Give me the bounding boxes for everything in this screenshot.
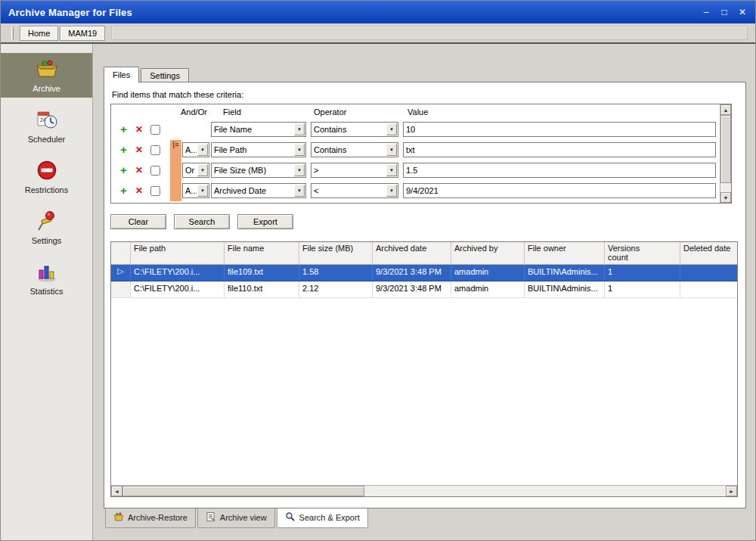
server-tab-mam19[interactable]: MAM19 [60,26,105,41]
add-criteria-icon[interactable]: + [120,123,127,135]
table-cell[interactable]: BUILTIN\Adminis... [525,265,605,281]
table-cell[interactable]: BUILTIN\Adminis... [525,281,605,297]
add-criteria-icon[interactable]: + [120,144,127,155]
table-cell[interactable]: amadmin [451,265,525,281]
value-input[interactable] [403,142,716,157]
scrollbar-track[interactable] [364,486,726,496]
andor-combo[interactable]: Or▼ [182,163,209,178]
delete-criteria-icon[interactable]: ✕ [135,166,143,175]
andor-combo[interactable]: A...▼ [182,142,209,157]
chevron-down-icon: ▼ [294,185,305,197]
title-bar[interactable]: Archive Manager for Files – □ ✕ [1,1,755,23]
close-icon[interactable]: ✕ [737,6,748,18]
scroll-up-icon[interactable]: ▲ [720,104,731,115]
andor-combo[interactable]: A...▼ [182,183,209,198]
tab-archive-view[interactable]: Archive view [197,508,275,528]
criteria-row: + ✕ [≡ A...▼ File Path▼ Contains▼ [111,140,720,160]
horizontal-scrollbar[interactable]: ◄ ► [111,485,737,496]
column-header[interactable]: File owner [525,242,605,264]
maximize-icon[interactable]: □ [719,6,730,18]
field-combo[interactable]: File Path▼ [211,142,306,157]
scrollbar-thumb[interactable] [720,115,731,183]
criteria-rows: + ✕ ▼ File Name▼ Contains▼ + ✕ [≡ A...▼ … [111,120,720,201]
field-combo[interactable]: File Size (MB)▼ [211,163,306,178]
table-cell[interactable]: C:\FILETY\200.i... [131,265,225,281]
clear-button[interactable]: Clear [110,214,166,229]
sidebar-item-archive[interactable]: Archive [1,53,92,98]
table-cell[interactable] [680,265,737,281]
table-cell[interactable]: 2.12 [299,281,373,297]
column-header[interactable]: Archived by [451,242,525,264]
tab-files[interactable]: Files [104,67,139,82]
bottom-tabs: Archive-Restore Archive view [105,508,746,528]
add-criteria-icon[interactable]: + [120,164,127,176]
table-row[interactable]: C:\FILETY\200.i...file110.txt2.129/3/202… [111,281,737,298]
delete-criteria-icon[interactable]: ✕ [135,186,143,195]
action-buttons: Clear Search Export [110,214,739,229]
tab-settings[interactable]: Settings [141,68,189,82]
header-field: Field [223,107,241,117]
value-input[interactable] [403,163,716,178]
column-header[interactable]: Versions count [605,242,680,264]
table-row[interactable]: ▷C:\FILETY\200.i...file109.txt1.589/3/20… [111,265,737,281]
table-cell[interactable]: file110.txt [225,281,299,297]
column-header[interactable]: File size (MB) [299,242,373,264]
group-bracket[interactable]: [≡ [170,140,181,160]
operator-combo[interactable]: >▼ [311,163,398,178]
home-button[interactable]: Home [20,26,58,41]
scroll-right-icon[interactable]: ► [726,486,737,496]
row-selector-cell[interactable] [111,281,131,297]
group-bracket[interactable] [170,181,181,201]
operator-combo[interactable]: <▼ [311,183,398,198]
tab-archive-restore[interactable]: Archive-Restore [105,508,196,528]
column-header[interactable]: File path [131,242,225,264]
criteria-checkbox[interactable] [150,186,160,196]
table-cell[interactable] [680,281,737,297]
select-all-header[interactable] [111,242,131,264]
criteria-checkbox[interactable] [150,145,160,155]
table-cell[interactable]: 1.58 [299,265,373,281]
group-bracket[interactable] [170,160,181,181]
value-input[interactable] [403,183,716,198]
row-selector-cell[interactable]: ▷ [111,265,131,281]
table-cell[interactable]: file109.txt [225,265,299,281]
results-empty-area [111,298,737,485]
export-button[interactable]: Export [237,214,293,229]
scrollbar-thumb[interactable] [122,486,364,496]
field-combo[interactable]: Archived Date▼ [211,183,306,198]
table-cell[interactable]: 9/3/2021 3:48 PM [373,265,451,281]
column-header[interactable]: Archived date [373,242,451,264]
table-cell[interactable]: C:\FILETY\200.i... [131,281,225,297]
sidebar-item-label: Statistics [29,287,63,296]
scroll-down-icon[interactable]: ▼ [720,192,731,203]
sidebar-item-statistics[interactable]: Statistics [1,256,92,300]
sidebar-item-settings[interactable]: Settings [1,205,92,250]
field-combo[interactable]: File Name▼ [211,122,306,137]
table-cell[interactable]: 1 [605,265,680,281]
sidebar-item-restrictions[interactable]: Restrictions [1,154,92,199]
table-cell[interactable]: 9/3/2021 3:48 PM [373,281,451,297]
delete-criteria-icon[interactable]: ✕ [135,125,143,134]
vertical-scrollbar[interactable]: ▲ ▼ [720,104,731,203]
add-criteria-icon[interactable]: + [120,185,127,196]
operator-combo[interactable]: Contains▼ [311,142,398,157]
criteria-header: And/Or Field Operator Value [111,104,720,120]
operator-combo[interactable]: Contains▼ [311,122,398,137]
criteria-checkbox[interactable] [150,166,160,176]
sidebar-item-scheduler[interactable]: 24 Scheduler [1,104,92,148]
value-input[interactable] [403,122,716,137]
minimize-icon[interactable]: – [701,6,711,18]
toolbar-grip[interactable] [11,27,14,39]
column-header[interactable]: File name [225,242,299,264]
chevron-down-icon: ▼ [294,144,305,156]
scroll-left-icon[interactable]: ◄ [111,486,122,496]
column-header[interactable]: Deleted date [680,242,737,264]
tab-search-export[interactable]: Search & Export [277,508,368,528]
table-cell[interactable]: amadmin [451,281,525,297]
delete-criteria-icon[interactable]: ✕ [135,145,143,154]
search-button[interactable]: Search [174,214,230,229]
table-cell[interactable]: 1 [605,281,680,297]
group-bracket[interactable] [170,120,181,140]
criteria-checkbox[interactable] [150,125,160,135]
chevron-down-icon: ▼ [294,123,305,135]
